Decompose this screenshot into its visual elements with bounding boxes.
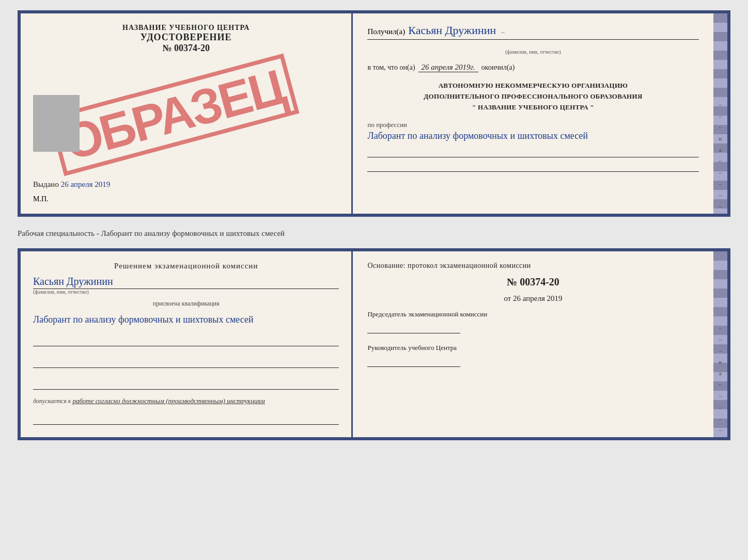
strip-label-minus2: – <box>719 113 722 119</box>
strip-label-minus5: – <box>719 181 722 187</box>
obrazec-stamp: ОБРАЗЕЦ <box>49 54 300 177</box>
chairman-signature-line <box>367 323 460 333</box>
cert-number: № 00374-20 <box>141 43 232 54</box>
underline-4 <box>33 412 339 425</box>
prisvoena-label: присвоена квалификация <box>33 300 339 308</box>
strip-label-minus1: – <box>719 101 722 107</box>
poluchil-label: Получил(а) <box>367 27 405 36</box>
protocol-date: 26 апреля 2019 <box>513 294 563 302</box>
photo-placeholder <box>33 95 80 152</box>
strip-b-minus2: – <box>719 336 722 342</box>
strip-b-minus1: – <box>719 325 722 331</box>
osnovanie-title: Основание: протокол экзаменационной коми… <box>367 262 698 270</box>
profession-handwritten: Лаборант по анализу формовочных и шихтов… <box>367 129 698 143</box>
underline-3 <box>33 377 339 390</box>
strip-label-minus4: – <box>719 169 722 175</box>
vtom-date: 26 апреля 2019г. <box>418 63 478 72</box>
chairman-block: Председатель экзаменационной комиссии <box>367 309 698 337</box>
top-right-panel: Получил(а) Касьян Дружинин – (фамилия, и… <box>353 13 713 214</box>
komissia-fio-sub: (фамилия, имя, отчество) <box>33 289 339 295</box>
bottom-document: Решением экзаменационной комиссии Касьян… <box>18 248 730 440</box>
strip-label-arrow: ← <box>718 158 723 164</box>
right-strip-bottom: – – – и а ← – – – – <box>713 251 727 437</box>
bottom-right-panel: Основание: протокол экзаменационной коми… <box>353 251 713 437</box>
org-block: АВТОНОМНУЮ НЕКОММЕРЧЕСКУЮ ОРГАНИЗАЦИЮ ДО… <box>367 81 698 113</box>
strip-b-minus7: – <box>719 427 722 433</box>
vydano-label: Выдано <box>33 180 59 188</box>
udostoverenie-block: УДОСТОВЕРЕНИЕ № 00374-20 <box>141 32 232 54</box>
rukovoditel-signature-line <box>367 357 460 367</box>
poluchil-row: Получил(а) Касьян Дружинин – <box>367 24 698 40</box>
protocol-date-row: от 26 апреля 2019 <box>367 294 698 303</box>
strip-b-arrow: ← <box>718 381 723 388</box>
vtom-label: в том, что он(а) <box>367 63 415 72</box>
vtom-row: в том, что он(а) 26 апреля 2019г. окончи… <box>367 63 698 72</box>
top-document: НАЗВАНИЕ УЧЕБНОГО ЦЕНТРА ОБРАЗЕЦ УДОСТОВ… <box>18 10 730 217</box>
komissia-fio-block: Касьян Дружинин (фамилия, имя, отчество) <box>33 276 339 295</box>
fio-subtitle: (фамилия, имя, отчество) <box>367 49 698 55</box>
org-line3: " НАЗВАНИЕ УЧЕБНОГО ЦЕНТРА " <box>367 102 698 113</box>
cert-title: НАЗВАНИЕ УЧЕБНОГО ЦЕНТРА <box>122 24 250 32</box>
org-line2: ДОПОЛНИТЕЛЬНОГО ПРОФЕССИОНАЛЬНОГО ОБРАЗО… <box>367 91 698 102</box>
dopuskaetsya-text: работе согласно должностным (производств… <box>72 397 264 405</box>
strip-label-i: и <box>719 135 722 141</box>
document-container: НАЗВАНИЕ УЧЕБНОГО ЦЕНТРА ОБРАЗЕЦ УДОСТОВ… <box>18 10 730 440</box>
po-professii-label: по профессии <box>367 121 698 129</box>
top-left-panel: НАЗВАНИЕ УЧЕБНОГО ЦЕНТРА ОБРАЗЕЦ УДОСТОВ… <box>21 13 353 214</box>
strip-b-minus3: – <box>719 347 722 354</box>
protocol-date-prefix: от <box>504 294 511 302</box>
strip-label-a: а <box>719 147 722 153</box>
strip-b-minus5: – <box>719 404 722 410</box>
strip-label-minus3: – <box>719 124 722 130</box>
po-professii-block: по профессии Лаборант по анализу формово… <box>367 121 698 174</box>
poluchil-name: Касьян Дружинин <box>408 24 496 37</box>
rukovoditel-label: Руководитель учебного Центра <box>367 343 698 354</box>
strip-b-i: и <box>719 359 722 365</box>
okonchil-label: окончил(а) <box>481 63 515 72</box>
strip-label-minus7: – <box>719 203 722 210</box>
resheniyem-title: Решением экзаменационной комиссии <box>33 262 339 270</box>
komissia-fio: Касьян Дружинин <box>33 276 339 287</box>
dopuskaetsya-block: допускается к работе согласно должностны… <box>33 397 339 405</box>
strip-b-a: а <box>719 370 722 376</box>
bottom-left-panel: Решением экзаменационной комиссии Касьян… <box>21 251 353 437</box>
org-line1: АВТОНОМНУЮ НЕКОММЕРЧЕСКУЮ ОРГАНИЗАЦИЮ <box>367 81 698 91</box>
mp-block: М.П. <box>33 195 49 203</box>
protocol-number: № 00374-20 <box>367 276 698 288</box>
vydano-block: Выдано 26 апреля 2019 <box>33 180 110 193</box>
vydano-date: 26 апреля 2019 <box>61 180 111 188</box>
strip-b-minus4: – <box>719 393 722 399</box>
udostoverenie-label: УДОСТОВЕРЕНИЕ <box>141 32 232 43</box>
underline-2 <box>33 356 339 368</box>
strip-b-minus6: – <box>719 415 722 422</box>
underline-1 <box>33 334 339 346</box>
chairman-label: Председатель экзаменационной комиссии <box>367 309 698 320</box>
rukovoditel-block: Руководитель учебного Центра <box>367 343 698 370</box>
prisvoena-profession: Лаборант по анализу формовочных и шихтов… <box>33 313 339 327</box>
right-strip-top: – – – и а ← – – – – <box>713 13 727 214</box>
dopuskaetsya-label: допускается к <box>33 397 71 405</box>
strip-label-minus6: – <box>719 192 722 198</box>
middle-label: Рабочая специальность - Лаборант по анал… <box>18 225 730 240</box>
